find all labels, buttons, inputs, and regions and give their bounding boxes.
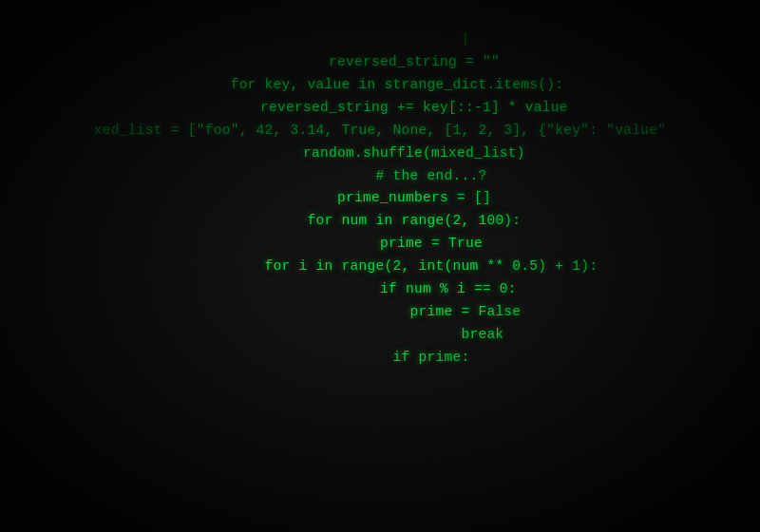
code-line-5: xed_list = ["foo", 42, 3.14, True, None,…	[94, 120, 666, 142]
code-display: | reversed_string = "" for key, value in…	[0, 0, 760, 532]
code-line-12: prime = True	[277, 233, 483, 256]
code-line-8: # the end...?	[274, 165, 487, 188]
code-line-16: break	[256, 324, 504, 347]
code-line-0: |	[291, 28, 470, 51]
code-line-15: prime = False	[239, 301, 522, 324]
code-line-2: for key, value in strange_dict.items():	[197, 74, 564, 97]
code-line-13: for i in range(2, int(num ** 0.5) + 1):	[162, 256, 598, 278]
code-line-1: reversed_string = ""	[260, 51, 500, 74]
code-line-6: random.shuffle(mixed_list)	[235, 142, 525, 165]
terminal-screen: | reversed_string = "" for key, value in…	[0, 0, 760, 532]
code-line-17: if prime:	[291, 347, 470, 370]
code-line-3: reversed_string += key[::-1] * value	[192, 97, 568, 120]
code-line-11: for num in range(2, 100):	[239, 210, 522, 233]
code-line-14: if num % i == 0:	[243, 278, 517, 301]
code-line-10: prime_numbers = []	[269, 187, 491, 210]
